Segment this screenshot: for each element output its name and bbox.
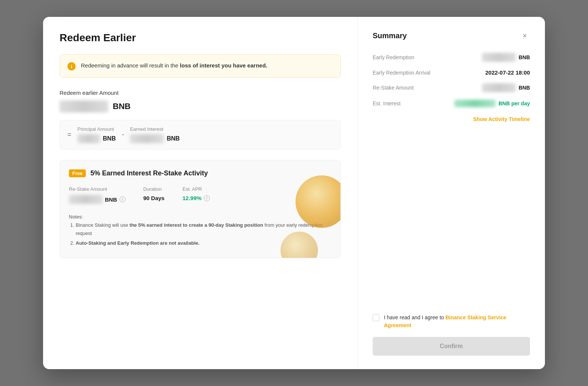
est-apr-value: 12.99% i [182, 195, 210, 201]
summary-row-early-redemption: Early Redemption BNB [373, 53, 530, 62]
restake-title: 5% Earned Interest Re-Stake Activity [90, 169, 207, 177]
summary-row-interest: Est. Interest BNB per day [373, 100, 530, 107]
notes-title: Notes: [69, 214, 83, 220]
principal-item: Principal Amount BNB [78, 126, 116, 143]
show-timeline-button[interactable]: Show Activity Timeline [473, 116, 530, 122]
est-apr-text: 12.99% [182, 195, 201, 201]
warning-text: Redeeming in advance will result in the … [81, 61, 267, 70]
restake-amount-label: Re-Stake Amount [69, 186, 125, 192]
restake-card: Free 5% Earned Interest Re-Stake Activit… [60, 160, 341, 258]
modal-overlay: Redeem Earlier i Redeeming in advance wi… [0, 0, 588, 386]
interest-suffix: BNB per day [498, 100, 530, 106]
est-apr-col: Est. APR 12.99% i [182, 186, 210, 204]
breakdown-row: = Principal Amount BNB - Earned Interest… [60, 120, 341, 150]
agreement-text-start: I have read and I agree to [384, 314, 445, 320]
interest-value: BNB per day [454, 100, 530, 107]
early-redemption-label: Early Redemption [373, 54, 414, 60]
close-button[interactable]: × [519, 30, 530, 41]
principal-value: BNB [78, 134, 116, 143]
early-redemption-currency: BNB [519, 54, 530, 60]
principal-currency: BNB [103, 135, 116, 142]
right-panel-header: Summary × [373, 30, 530, 41]
right-panel: Summary × Early Redemption BNB Early Red… [358, 17, 545, 369]
duration-label: Duration [143, 186, 165, 192]
summary-rows: Early Redemption BNB Early Redemption Ar… [373, 53, 530, 314]
note-1-bold: the 5% earned interest to create a 90-da… [130, 222, 263, 228]
modal-title: Redeem Earlier [60, 32, 341, 44]
restake-summary-value: BNB [482, 83, 530, 92]
left-panel: Redeem Earlier i Redeeming in advance wi… [43, 17, 358, 369]
equals-sign: = [67, 131, 72, 139]
principal-label: Principal Amount [78, 126, 116, 132]
restake-blurred [69, 195, 103, 204]
interest-blurred [454, 100, 495, 107]
restake-details: Re-Stake Amount BNB i Duration 90 Days [69, 186, 331, 204]
agreement-checkbox[interactable] [373, 314, 379, 321]
earned-currency: BNB [167, 135, 180, 142]
earned-value: BNB [130, 134, 180, 143]
confirm-button[interactable]: Confirm [373, 337, 530, 356]
earned-blurred [130, 134, 164, 143]
restake-summary-currency: BNB [519, 85, 530, 91]
earned-label: Earned Interest [130, 126, 180, 132]
minus-sign: - [122, 131, 124, 139]
warning-box: i Redeeming in advance will result in th… [60, 54, 341, 78]
restake-amount-col: Re-Stake Amount BNB i [69, 186, 125, 204]
amount-display: BNB [60, 100, 341, 112]
agreement-text: I have read and I agree to Binance Staki… [384, 314, 530, 329]
duration-text: 90 Days [143, 195, 165, 201]
redeem-currency: BNB [113, 102, 131, 111]
restake-currency: BNB [105, 196, 117, 203]
modal: Redeem Earlier i Redeeming in advance wi… [43, 17, 545, 369]
right-panel-bottom: I have read and I agree to Binance Staki… [373, 314, 530, 356]
restake-summary-label: Re-Stake Amount [373, 85, 414, 91]
summary-row-restake: Re-Stake Amount BNB [373, 83, 530, 92]
restake-summary-blurred [482, 83, 516, 92]
redeem-amount-label: Redeem earlier Amount [60, 90, 341, 96]
principal-blurred [78, 134, 100, 143]
early-redemption-blurred [482, 53, 516, 62]
restake-card-header: Free 5% Earned Interest Re-Stake Activit… [69, 169, 331, 177]
warning-bold: loss of interest you have earned. [180, 62, 267, 69]
restake-amount-value: BNB i [69, 195, 125, 204]
duration-value: 90 Days [143, 195, 165, 201]
summary-row-arrival: Early Redemption Arrival 2022-07-22 18:0… [373, 69, 530, 76]
summary-title: Summary [373, 31, 407, 40]
interest-label: Est. Interest [373, 100, 401, 106]
duration-col: Duration 90 Days [143, 186, 165, 204]
note-2-bold: Auto-Staking and Early Redemption are no… [76, 240, 200, 246]
early-redemption-value: BNB [482, 53, 530, 62]
restake-info-icon[interactable]: i [119, 196, 125, 202]
agreement-row: I have read and I agree to Binance Staki… [373, 314, 530, 329]
arrival-label: Early Redemption Arrival [373, 70, 430, 76]
arrival-value: 2022-07-22 18:00 [485, 69, 530, 76]
redeem-amount-value [60, 100, 108, 112]
warning-icon: i [67, 62, 76, 70]
est-apr-label: Est. APR [182, 186, 210, 192]
free-badge: Free [69, 169, 86, 177]
apr-info-icon[interactable]: i [204, 195, 210, 201]
earned-item: Earned Interest BNB [130, 126, 180, 143]
